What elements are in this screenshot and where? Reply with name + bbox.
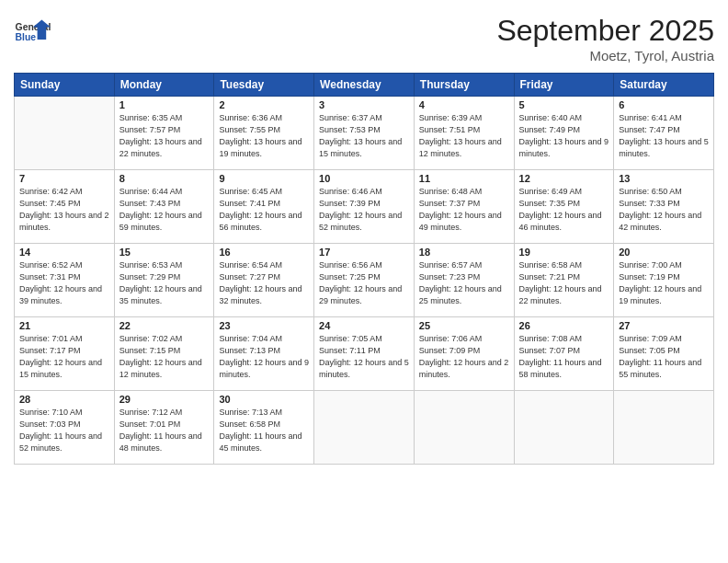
calendar: SundayMondayTuesdayWednesdayThursdayFrid… (14, 73, 714, 465)
weekday-header-monday: Monday (114, 74, 214, 97)
calendar-cell: 3Sunrise: 6:37 AM Sunset: 7:53 PM Daylig… (314, 97, 415, 170)
day-number: 19 (519, 247, 609, 258)
calendar-cell: 8Sunrise: 6:44 AM Sunset: 7:43 PM Daylig… (114, 170, 214, 244)
day-info: Sunrise: 7:01 AM Sunset: 7:17 PM Dayligh… (19, 333, 109, 381)
day-info: Sunrise: 7:08 AM Sunset: 7:07 PM Dayligh… (519, 333, 609, 381)
weekday-header-sunday: Sunday (15, 74, 115, 97)
day-info: Sunrise: 6:37 AM Sunset: 7:53 PM Dayligh… (319, 112, 409, 160)
day-number: 7 (19, 173, 109, 184)
calendar-cell (514, 391, 614, 465)
day-info: Sunrise: 6:52 AM Sunset: 7:31 PM Dayligh… (19, 259, 109, 307)
calendar-cell: 22Sunrise: 7:02 AM Sunset: 7:15 PM Dayli… (114, 317, 214, 391)
calendar-cell: 17Sunrise: 6:56 AM Sunset: 7:25 PM Dayli… (314, 244, 415, 317)
day-info: Sunrise: 6:36 AM Sunset: 7:55 PM Dayligh… (219, 112, 309, 160)
title-block: September 2025 Moetz, Tyrol, Austria (496, 14, 714, 63)
day-info: Sunrise: 7:13 AM Sunset: 6:58 PM Dayligh… (219, 407, 309, 454)
day-number: 6 (619, 99, 709, 110)
calendar-cell: 9Sunrise: 6:45 AM Sunset: 7:41 PM Daylig… (214, 170, 314, 244)
day-number: 15 (119, 247, 210, 258)
calendar-cell: 27Sunrise: 7:09 AM Sunset: 7:05 PM Dayli… (614, 317, 714, 391)
week-row-3: 14Sunrise: 6:52 AM Sunset: 7:31 PM Dayli… (15, 244, 714, 317)
day-info: Sunrise: 6:41 AM Sunset: 7:47 PM Dayligh… (619, 112, 709, 160)
calendar-cell (314, 391, 415, 465)
day-number: 1 (119, 99, 210, 110)
day-info: Sunrise: 7:02 AM Sunset: 7:15 PM Dayligh… (119, 333, 210, 381)
day-number: 17 (319, 247, 409, 258)
day-info: Sunrise: 6:53 AM Sunset: 7:29 PM Dayligh… (119, 259, 210, 307)
day-info: Sunrise: 7:10 AM Sunset: 7:03 PM Dayligh… (19, 407, 109, 454)
day-info: Sunrise: 6:35 AM Sunset: 7:57 PM Dayligh… (119, 112, 210, 160)
calendar-cell: 1Sunrise: 6:35 AM Sunset: 7:57 PM Daylig… (114, 97, 214, 170)
weekday-header-row: SundayMondayTuesdayWednesdayThursdayFrid… (15, 74, 714, 97)
day-number: 22 (119, 320, 210, 331)
calendar-cell (414, 391, 514, 465)
day-number: 11 (419, 173, 509, 184)
day-number: 23 (219, 320, 309, 331)
day-number: 12 (519, 173, 609, 184)
weekday-header-wednesday: Wednesday (314, 74, 415, 97)
day-info: Sunrise: 6:45 AM Sunset: 7:41 PM Dayligh… (219, 186, 309, 234)
calendar-cell: 4Sunrise: 6:39 AM Sunset: 7:51 PM Daylig… (414, 97, 514, 170)
day-number: 21 (19, 320, 109, 331)
week-row-1: 1Sunrise: 6:35 AM Sunset: 7:57 PM Daylig… (15, 97, 714, 170)
day-info: Sunrise: 6:42 AM Sunset: 7:45 PM Dayligh… (19, 186, 109, 234)
calendar-cell: 18Sunrise: 6:57 AM Sunset: 7:23 PM Dayli… (414, 244, 514, 317)
week-row-2: 7Sunrise: 6:42 AM Sunset: 7:45 PM Daylig… (15, 170, 714, 244)
day-number: 29 (119, 394, 210, 405)
weekday-header-friday: Friday (514, 74, 614, 97)
day-info: Sunrise: 6:44 AM Sunset: 7:43 PM Dayligh… (119, 186, 210, 234)
calendar-cell: 28Sunrise: 7:10 AM Sunset: 7:03 PM Dayli… (15, 391, 115, 465)
month-title: September 2025 (496, 14, 714, 48)
day-info: Sunrise: 7:06 AM Sunset: 7:09 PM Dayligh… (419, 333, 509, 381)
calendar-cell: 12Sunrise: 6:49 AM Sunset: 7:35 PM Dayli… (514, 170, 614, 244)
calendar-cell: 7Sunrise: 6:42 AM Sunset: 7:45 PM Daylig… (15, 170, 115, 244)
calendar-cell: 21Sunrise: 7:01 AM Sunset: 7:17 PM Dayli… (15, 317, 115, 391)
calendar-cell: 2Sunrise: 6:36 AM Sunset: 7:55 PM Daylig… (214, 97, 314, 170)
day-info: Sunrise: 7:00 AM Sunset: 7:19 PM Dayligh… (619, 259, 709, 307)
day-info: Sunrise: 7:05 AM Sunset: 7:11 PM Dayligh… (319, 333, 409, 381)
calendar-cell: 29Sunrise: 7:12 AM Sunset: 7:01 PM Dayli… (114, 391, 214, 465)
day-number: 9 (219, 173, 309, 184)
logo-icon: General Blue (14, 14, 51, 51)
day-number: 2 (219, 99, 309, 110)
calendar-cell: 15Sunrise: 6:53 AM Sunset: 7:29 PM Dayli… (114, 244, 214, 317)
day-info: Sunrise: 6:56 AM Sunset: 7:25 PM Dayligh… (319, 259, 409, 307)
page: General Blue September 2025 Moetz, Tyrol… (0, 0, 728, 563)
day-number: 16 (219, 247, 309, 258)
day-number: 25 (419, 320, 509, 331)
day-number: 13 (619, 173, 709, 184)
day-number: 24 (319, 320, 409, 331)
weekday-header-thursday: Thursday (414, 74, 514, 97)
calendar-cell: 23Sunrise: 7:04 AM Sunset: 7:13 PM Dayli… (214, 317, 314, 391)
day-number: 3 (319, 99, 409, 110)
calendar-cell: 5Sunrise: 6:40 AM Sunset: 7:49 PM Daylig… (514, 97, 614, 170)
calendar-cell: 10Sunrise: 6:46 AM Sunset: 7:39 PM Dayli… (314, 170, 415, 244)
day-info: Sunrise: 6:58 AM Sunset: 7:21 PM Dayligh… (519, 259, 609, 307)
weekday-header-tuesday: Tuesday (214, 74, 314, 97)
calendar-cell: 19Sunrise: 6:58 AM Sunset: 7:21 PM Dayli… (514, 244, 614, 317)
week-row-4: 21Sunrise: 7:01 AM Sunset: 7:17 PM Dayli… (15, 317, 714, 391)
location: Moetz, Tyrol, Austria (496, 48, 714, 63)
day-info: Sunrise: 7:09 AM Sunset: 7:05 PM Dayligh… (619, 333, 709, 381)
weekday-header-saturday: Saturday (614, 74, 714, 97)
day-number: 18 (419, 247, 509, 258)
day-info: Sunrise: 6:48 AM Sunset: 7:37 PM Dayligh… (419, 186, 509, 234)
calendar-cell: 24Sunrise: 7:05 AM Sunset: 7:11 PM Dayli… (314, 317, 415, 391)
day-number: 26 (519, 320, 609, 331)
day-number: 10 (319, 173, 409, 184)
calendar-cell (15, 97, 115, 170)
svg-text:Blue: Blue (16, 32, 37, 42)
calendar-cell: 26Sunrise: 7:08 AM Sunset: 7:07 PM Dayli… (514, 317, 614, 391)
day-info: Sunrise: 7:04 AM Sunset: 7:13 PM Dayligh… (219, 333, 309, 381)
day-number: 14 (19, 247, 109, 258)
day-info: Sunrise: 6:50 AM Sunset: 7:33 PM Dayligh… (619, 186, 709, 234)
day-number: 20 (619, 247, 709, 258)
calendar-cell: 30Sunrise: 7:13 AM Sunset: 6:58 PM Dayli… (214, 391, 314, 465)
day-info: Sunrise: 6:49 AM Sunset: 7:35 PM Dayligh… (519, 186, 609, 234)
calendar-cell: 14Sunrise: 6:52 AM Sunset: 7:31 PM Dayli… (15, 244, 115, 317)
calendar-cell: 6Sunrise: 6:41 AM Sunset: 7:47 PM Daylig… (614, 97, 714, 170)
calendar-cell: 20Sunrise: 7:00 AM Sunset: 7:19 PM Dayli… (614, 244, 714, 317)
day-number: 5 (519, 99, 609, 110)
day-number: 4 (419, 99, 509, 110)
day-info: Sunrise: 6:39 AM Sunset: 7:51 PM Dayligh… (419, 112, 509, 160)
